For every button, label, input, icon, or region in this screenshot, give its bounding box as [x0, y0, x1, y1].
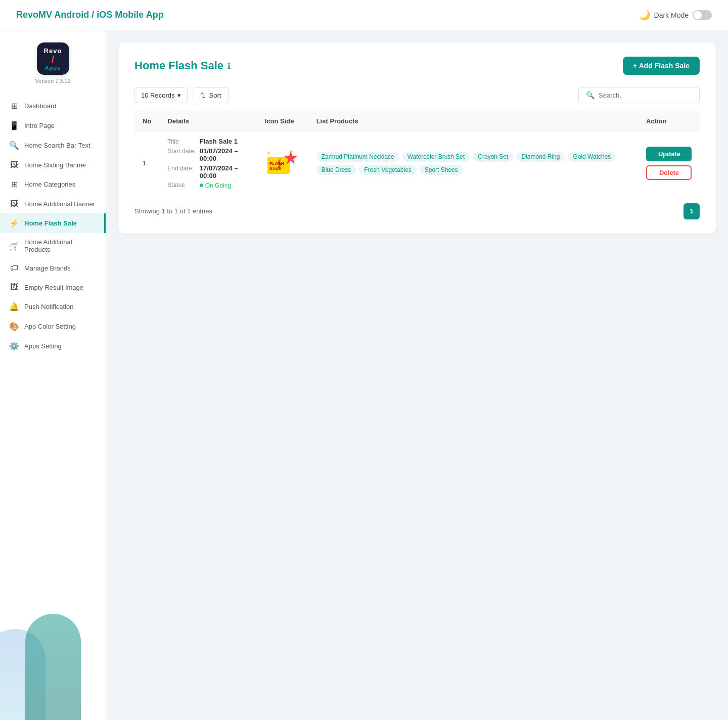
sidebar-item-manage-brands[interactable]: 🏷 Manage Brands	[0, 258, 106, 278]
cell-details: Title Flash Sale 1 Start date: 01/07/202…	[159, 131, 256, 195]
svg-text:✦: ✦	[266, 170, 268, 173]
cell-no: 1	[134, 131, 159, 195]
nav-label-app-color-setting: App Color Setting	[24, 323, 76, 330]
sort-button[interactable]: ⇅ Sort	[193, 87, 229, 103]
page-header: Home Flash Sale ℹ + Add Flash Sale	[134, 57, 700, 75]
pagination: 1	[684, 203, 700, 219]
logo-apps: Apps	[45, 65, 61, 71]
product-tag: Blue Dress	[316, 165, 356, 175]
status-label: Status	[167, 182, 195, 189]
sidebar-nav: ⊞ Dashboard 📱 Intro Page 🔍 Home Search B…	[0, 92, 106, 720]
records-dropdown[interactable]: 10 Records ▾	[134, 87, 188, 103]
product-tags: Zamrud Platinum NecklaceWatercolor Brush…	[316, 152, 630, 175]
main-content: Home Flash Sale ℹ + Add Flash Sale 10 Re…	[106, 30, 728, 720]
search-icon: 🔍	[586, 91, 595, 99]
nav-label-home-additional-products: Home Additional Products	[24, 238, 97, 253]
svg-text:FLASH: FLASH	[269, 161, 284, 166]
nav-label-home-additional-banner: Home Additional Banner	[24, 200, 95, 208]
nav-icon-apps-setting: ⚙️	[9, 341, 19, 351]
sidebar-item-home-flash-sale[interactable]: ⚡ Home Flash Sale	[0, 213, 106, 233]
sidebar-item-intro-page[interactable]: 📱 Intro Page	[0, 116, 106, 136]
search-box[interactable]: 🔍	[578, 87, 700, 103]
action-buttons: Update Delete	[646, 147, 692, 180]
nav-icon-home-search-bar: 🔍	[9, 141, 19, 150]
logo-revo: Revo	[44, 47, 62, 55]
dark-mode-toggle[interactable]: 🌙 Dark Mode	[639, 10, 712, 21]
nav-label-home-flash-sale: Home Flash Sale	[24, 219, 77, 227]
sidebar-item-push-notification[interactable]: 🔔 Push Notification	[0, 297, 106, 317]
nav-label-manage-brands: Manage Brands	[24, 264, 71, 272]
sidebar-item-home-additional-products[interactable]: 🛒 Home Additional Products	[0, 233, 106, 258]
end-date-value: 17/07/2024 – 00:00	[200, 164, 249, 179]
sidebar: Revo / Apps Version 7.3.12 ⊞ Dashboard 📱…	[0, 30, 106, 720]
nav-label-empty-result-image: Empty Result Image	[24, 284, 83, 291]
update-button[interactable]: Update	[646, 147, 692, 161]
th-icon-side: Icon Side	[257, 111, 308, 131]
cell-action: Update Delete	[638, 131, 700, 195]
nav-icon-home-categories: ⊞	[9, 179, 19, 189]
search-input[interactable]	[599, 92, 692, 99]
chevron-down-icon: ▾	[177, 92, 181, 99]
logo-box: Revo / Apps	[37, 42, 69, 75]
nav-label-push-notification: Push Notification	[24, 303, 74, 310]
sort-icon: ⇅	[200, 92, 206, 99]
nav-label-apps-setting: Apps Setting	[24, 342, 62, 350]
start-date-label: Start date:	[167, 148, 195, 155]
nav-label-home-sliding-banner: Home Sliding Banner	[24, 161, 86, 169]
table-body: 1 Title Flash Sale 1 Start date: 01/07/2…	[134, 131, 700, 195]
nav-icon-home-additional-banner: 🖼	[9, 199, 19, 208]
sidebar-item-home-categories[interactable]: ⊞ Home Categories	[0, 174, 106, 194]
sidebar-item-app-color-setting[interactable]: 🎨 App Color Setting	[0, 317, 106, 336]
sort-label: Sort	[209, 92, 221, 99]
nav-icon-manage-brands: 🏷	[9, 263, 19, 273]
nav-label-home-search-bar: Home Search Bar Text	[24, 142, 90, 149]
app-title: RevoMV Android / iOS Mobile App	[16, 10, 164, 20]
cell-icon-side: FLASH SALE ★ ★ ✦	[257, 131, 308, 195]
records-label: 10 Records	[141, 92, 174, 99]
product-tag: Fresh Vegetables	[359, 165, 416, 175]
info-icon[interactable]: ℹ	[228, 61, 231, 71]
content-card: Home Flash Sale ℹ + Add Flash Sale 10 Re…	[118, 42, 716, 234]
nav-icon-home-sliding-banner: 🖼	[9, 160, 19, 169]
nav-icon-push-notification: 🔔	[9, 302, 19, 311]
showing-text: Showing 1 to 1 of 1 entries	[134, 207, 212, 215]
dark-mode-label: Dark Mode	[654, 11, 689, 19]
sidebar-item-empty-result-image[interactable]: 🖼 Empty Result Image	[0, 278, 106, 297]
product-tag: Sport Shoes	[420, 165, 463, 175]
toolbar-left: 10 Records ▾ ⇅ Sort	[134, 87, 229, 103]
status-badge: On Going	[200, 182, 249, 189]
flash-sale-table: NoDetailsIcon SideList ProductsAction 1 …	[134, 111, 700, 195]
sidebar-item-dashboard[interactable]: ⊞ Dashboard	[0, 96, 106, 116]
cell-list-products: Zamrud Platinum NecklaceWatercolor Brush…	[308, 131, 638, 195]
nav-label-intro-page: Intro Page	[24, 122, 55, 129]
toolbar: 10 Records ▾ ⇅ Sort 🔍	[134, 87, 700, 103]
sidebar-item-home-sliding-banner[interactable]: 🖼 Home Sliding Banner	[0, 155, 106, 174]
delete-button[interactable]: Delete	[646, 165, 692, 180]
nav-icon-home-flash-sale: ⚡	[9, 218, 19, 228]
sidebar-item-apps-setting[interactable]: ⚙️ Apps Setting	[0, 336, 106, 356]
sidebar-item-home-search-bar[interactable]: 🔍 Home Search Bar Text	[0, 136, 106, 155]
nav-icon-home-additional-products: 🛒	[9, 241, 19, 251]
nav-icon-empty-result-image: 🖼	[9, 283, 19, 292]
nav-label-dashboard: Dashboard	[24, 102, 57, 110]
logo-version: Version 7.3.12	[35, 78, 70, 84]
product-tag: Diamond Ring	[516, 152, 565, 162]
th-no: No	[134, 111, 159, 131]
end-date-label: End date:	[167, 165, 195, 172]
page-title-row: Home Flash Sale ℹ	[134, 59, 231, 72]
table-row: 1 Title Flash Sale 1 Start date: 01/07/2…	[134, 131, 700, 195]
title-value: Flash Sale 1	[200, 138, 249, 145]
nav-icon-intro-page: 📱	[9, 121, 19, 130]
dark-mode-icon: 🌙	[639, 10, 650, 21]
sidebar-item-home-additional-banner[interactable]: 🖼 Home Additional Banner	[0, 194, 106, 213]
page-button-1[interactable]: 1	[684, 203, 700, 219]
product-tag: Crayon Set	[473, 152, 513, 162]
title-label: Title	[167, 138, 195, 145]
page-title: Home Flash Sale	[134, 59, 223, 72]
start-date-value: 01/07/2024 – 00:00	[200, 147, 249, 162]
dark-mode-switch[interactable]	[693, 10, 712, 20]
status-dot	[200, 184, 203, 187]
add-flash-sale-button[interactable]: + Add Flash Sale	[623, 57, 700, 75]
table-wrapper: NoDetailsIcon SideList ProductsAction 1 …	[134, 111, 700, 195]
logo-slash: /	[52, 55, 55, 65]
